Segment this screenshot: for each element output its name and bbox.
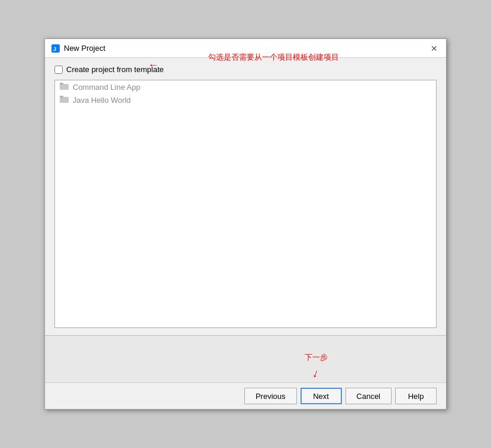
svg-rect-4	[60, 97, 69, 103]
close-button[interactable]: ✕	[428, 43, 440, 54]
next-button[interactable]: Next	[301, 388, 342, 404]
title-bar-left: J New Project	[51, 44, 105, 53]
list-item-label: Command Line App	[73, 83, 140, 92]
list-item[interactable]: Java Hello World	[55, 93, 436, 106]
new-project-dialog: J New Project ✕ Create project from temp…	[44, 38, 447, 410]
template-list: Command Line App Java Hello World	[54, 80, 437, 328]
folder-icon	[60, 82, 69, 92]
annotation-top-arrow: ←	[148, 59, 159, 72]
folder-icon	[60, 95, 69, 105]
dialog-body: Create project from template 勾选是否需要从一个项目…	[45, 58, 446, 335]
svg-rect-3	[60, 83, 63, 85]
idea-icon: J	[51, 44, 60, 53]
list-item-label: Java Hello World	[73, 96, 131, 105]
svg-rect-2	[60, 84, 69, 90]
description-panel	[45, 335, 446, 382]
cancel-button[interactable]: Cancel	[345, 388, 392, 404]
svg-text:J: J	[53, 46, 56, 52]
svg-rect-5	[60, 96, 63, 98]
previous-button[interactable]: Previous	[244, 388, 297, 404]
create-from-template-checkbox[interactable]	[54, 66, 63, 74]
checkbox-area: Create project from template 勾选是否需要从一个项目…	[54, 65, 437, 74]
checkbox-row: Create project from template	[54, 65, 437, 74]
help-button[interactable]: Help	[395, 388, 437, 404]
button-row: 下一步 ↓ Previous Next Cancel Help	[45, 382, 446, 409]
dialog-title: New Project	[64, 44, 105, 53]
list-item[interactable]: Command Line App	[55, 80, 436, 93]
annotation-bottom-text: 下一步	[305, 352, 328, 363]
annotation-top-text: 勾选是否需要从一个项目模板创建项目	[208, 52, 339, 63]
